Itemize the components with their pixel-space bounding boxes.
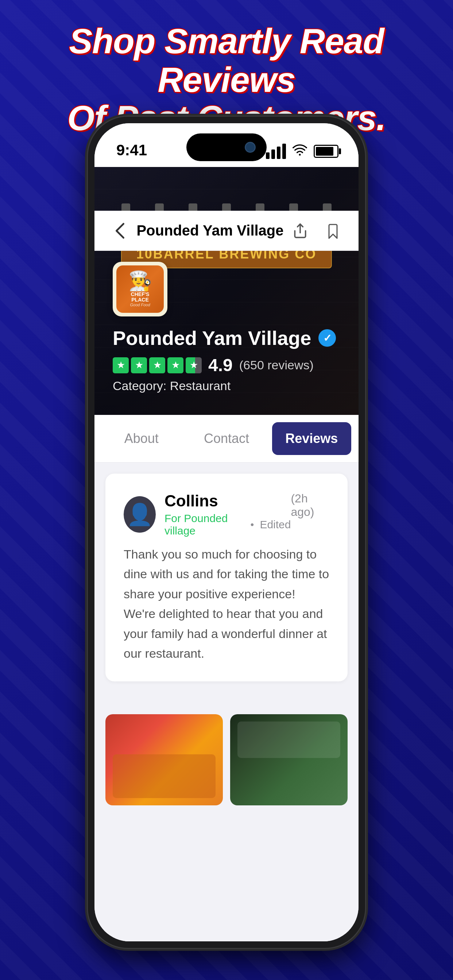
tab-about[interactable]: About bbox=[102, 422, 181, 455]
nav-actions bbox=[289, 220, 344, 242]
dynamic-island bbox=[187, 134, 266, 161]
signal-icon bbox=[266, 144, 286, 159]
front-camera bbox=[245, 142, 256, 153]
phone-screen: 9:41 bbox=[94, 123, 359, 941]
star-rating: ★ ★ ★ ★ ★ bbox=[113, 357, 202, 373]
edited-label: Edited bbox=[260, 519, 291, 531]
tab-reviews[interactable]: Reviews bbox=[272, 422, 351, 455]
verified-badge: ✓ bbox=[318, 329, 336, 347]
business-logo: 👨‍🍳 CHEF'SPLACE Good Food bbox=[113, 262, 167, 317]
reviewer-name: Collins bbox=[164, 492, 291, 510]
bookmark-button[interactable] bbox=[322, 220, 344, 242]
star-1: ★ bbox=[113, 357, 129, 373]
star-5-half: ★ bbox=[186, 357, 202, 373]
business-name: Pounded Yam Village ✓ bbox=[113, 327, 340, 349]
review-count: (650 reviews) bbox=[239, 358, 314, 372]
share-button[interactable] bbox=[289, 220, 311, 242]
reviewer-tag: For Pounded village bbox=[164, 512, 245, 537]
reviewer-details: Collins For Pounded village • Edited bbox=[164, 492, 291, 537]
avatar-icon: 👤 bbox=[126, 502, 153, 527]
review-card: 👤 Collins For Pounded village • Edited bbox=[105, 474, 348, 681]
nav-bar: Pounded Yam Village bbox=[94, 211, 359, 251]
review-time: (2h ago) bbox=[291, 492, 329, 519]
reviewer-info: 👤 Collins For Pounded village • Edited bbox=[124, 492, 291, 537]
reviews-section: 👤 Collins For Pounded village • Edited bbox=[94, 463, 359, 703]
logo-subtext: Good Food bbox=[130, 302, 150, 307]
page-title: Pounded Yam Village bbox=[131, 223, 289, 239]
status-icons bbox=[266, 143, 338, 159]
wifi-icon bbox=[292, 143, 307, 159]
rating-number: 4.9 bbox=[208, 355, 233, 375]
rating-row: ★ ★ ★ ★ ★ 4.9 (650 reviews) bbox=[113, 355, 340, 375]
hero-info: Pounded Yam Village ✓ ★ ★ ★ ★ ★ 4.9 (650… bbox=[113, 327, 340, 393]
food-image-2 bbox=[230, 714, 348, 805]
phone-frame: 9:41 bbox=[88, 117, 365, 948]
review-meta-row: For Pounded village • Edited bbox=[164, 512, 291, 537]
star-2: ★ bbox=[131, 357, 147, 373]
food-images bbox=[94, 714, 359, 820]
review-header: 👤 Collins For Pounded village • Edited bbox=[124, 492, 329, 537]
review-text: Thank you so much for choosing to dine w… bbox=[124, 544, 329, 663]
status-time: 9:41 bbox=[116, 142, 147, 159]
tab-contact[interactable]: Contact bbox=[187, 422, 266, 455]
avatar: 👤 bbox=[124, 496, 156, 533]
star-4: ★ bbox=[167, 357, 183, 373]
battery-icon bbox=[314, 145, 338, 158]
star-3: ★ bbox=[149, 357, 165, 373]
chef-icon: 👨‍🍳 bbox=[128, 271, 152, 290]
tab-bar: About Contact Reviews bbox=[94, 415, 359, 463]
logo-text: CHEF'SPLACE bbox=[131, 292, 150, 303]
business-category: Category: Restaurant bbox=[113, 379, 340, 393]
screen-content[interactable]: Pounded Yam Village bbox=[94, 167, 359, 941]
hero-section: 10BARREL BREWING CO 👨‍🍳 CHEF'SPLACE Good… bbox=[94, 167, 359, 415]
back-button[interactable] bbox=[109, 220, 131, 242]
svg-point-0 bbox=[299, 154, 301, 156]
food-image-1 bbox=[105, 714, 223, 805]
